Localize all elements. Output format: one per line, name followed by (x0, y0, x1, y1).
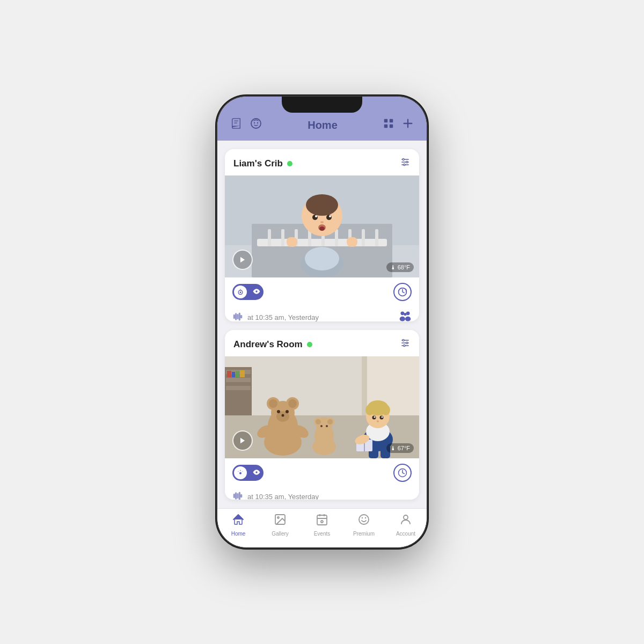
svg-rect-53 (237, 314, 238, 319)
thermometer-icon: 🌡 (390, 264, 396, 270)
svg-rect-122 (234, 494, 235, 498)
gallery-label: Gallery (272, 531, 289, 537)
liams-crib-temp-badge: 🌡 68°F (386, 262, 414, 272)
svg-point-48 (255, 290, 258, 292)
family-icon[interactable] (399, 310, 412, 321)
svg-point-60 (405, 317, 411, 321)
svg-point-14 (402, 158, 404, 160)
svg-point-64 (402, 340, 404, 341)
sound-wave-icon (232, 311, 243, 321)
svg-point-84 (269, 399, 277, 408)
andrews-room-activity-row: at 10:35 am, Yesterday (225, 487, 419, 500)
liams-crib-toggle[interactable] (232, 284, 264, 300)
svg-rect-125 (239, 493, 240, 500)
svg-point-112 (377, 421, 379, 422)
svg-marker-46 (240, 257, 245, 263)
svg-point-47 (240, 291, 241, 293)
header-right (383, 118, 414, 133)
andrews-room-schedule-button[interactable] (393, 464, 412, 482)
svg-point-41 (319, 226, 325, 231)
svg-point-120 (255, 471, 258, 473)
header-title: Home (262, 119, 383, 131)
toggle-knob (234, 286, 247, 298)
andrews-room-settings-icon[interactable] (400, 338, 411, 351)
gallery-icon (274, 513, 287, 529)
liams-crib-activity-row: at 10:35 am, Yesterday (225, 306, 419, 321)
svg-point-39 (320, 221, 324, 223)
svg-rect-8 (390, 125, 393, 128)
liams-crib-title: Liam's Crib (233, 158, 283, 169)
notch (282, 97, 362, 113)
account-icon (399, 513, 412, 529)
svg-rect-30 (375, 229, 378, 246)
svg-point-88 (277, 410, 280, 413)
thermometer-icon-2: 🌡 (390, 445, 396, 451)
liams-crib-schedule-button[interactable] (393, 283, 412, 301)
nav-item-gallery[interactable]: Gallery (259, 513, 301, 537)
svg-point-90 (282, 414, 284, 417)
svg-point-35 (312, 215, 318, 220)
header-left (230, 117, 262, 133)
svg-rect-71 (362, 356, 367, 415)
book-icon[interactable] (230, 118, 242, 133)
svg-rect-52 (236, 313, 237, 320)
svg-rect-78 (236, 371, 239, 377)
svg-point-65 (406, 342, 408, 344)
svg-point-97 (316, 419, 321, 425)
svg-point-32 (305, 247, 339, 270)
svg-marker-118 (240, 438, 245, 444)
svg-point-111 (382, 416, 383, 418)
svg-rect-129 (317, 515, 327, 525)
svg-point-57 (406, 311, 410, 315)
svg-point-110 (374, 416, 376, 418)
svg-point-66 (404, 345, 405, 347)
andrews-room-video[interactable]: 🌡 67°F (225, 356, 419, 458)
svg-point-56 (400, 311, 404, 315)
liams-crib-video[interactable]: 🌡 68°F (225, 175, 419, 277)
svg-point-101 (326, 425, 328, 427)
grid-icon[interactable] (383, 118, 394, 133)
svg-rect-77 (232, 372, 235, 377)
svg-point-137 (404, 515, 408, 519)
svg-point-59 (400, 317, 405, 321)
svg-point-38 (329, 215, 331, 217)
premium-icon (357, 513, 370, 529)
liams-crib-settings-icon[interactable] (400, 157, 411, 170)
svg-point-4 (257, 122, 258, 123)
nav-item-premium[interactable]: Premium (343, 513, 385, 537)
svg-rect-79 (240, 370, 245, 377)
svg-point-44 (287, 237, 297, 245)
card-title-row: Liam's Crib (233, 158, 292, 169)
baby-face-icon[interactable] (250, 117, 262, 133)
svg-rect-54 (239, 313, 240, 320)
andrews-room-temp-badge: 🌡 67°F (386, 443, 414, 453)
liams-crib-temp: 68°F (398, 264, 410, 270)
svg-rect-74 (226, 378, 251, 382)
sound-wave-icon-2 (232, 491, 243, 500)
svg-rect-6 (390, 119, 393, 122)
liams-crib-activity-time: at 10:35 am, Yesterday (247, 313, 319, 321)
svg-rect-5 (384, 119, 387, 122)
svg-rect-22 (268, 229, 271, 246)
svg-point-119 (239, 472, 241, 474)
svg-rect-75 (226, 386, 251, 390)
home-label: Home (231, 531, 246, 537)
activity-left-2: at 10:35 am, Yesterday (232, 491, 319, 500)
toggle-knob-2 (234, 466, 247, 479)
nav-item-home[interactable]: Home (217, 513, 259, 537)
premium-label: Premium (353, 531, 375, 537)
bottom-nav: Home Gallery (217, 508, 427, 547)
nav-item-account[interactable]: Account (385, 513, 427, 537)
andrews-room-toggle[interactable] (232, 465, 264, 481)
svg-rect-123 (236, 493, 237, 499)
nav-item-events[interactable]: Events (301, 513, 343, 537)
andrews-room-status-dot (307, 342, 312, 347)
svg-rect-27 (335, 229, 338, 246)
liams-crib-play-button[interactable] (232, 250, 253, 270)
andrews-room-activity-time: at 10:35 am, Yesterday (247, 493, 319, 500)
plus-icon[interactable] (402, 118, 414, 133)
header-center: Home (262, 119, 383, 131)
svg-rect-29 (362, 229, 365, 246)
svg-point-36 (326, 215, 332, 220)
toggle-eye-icon-2 (253, 469, 260, 478)
